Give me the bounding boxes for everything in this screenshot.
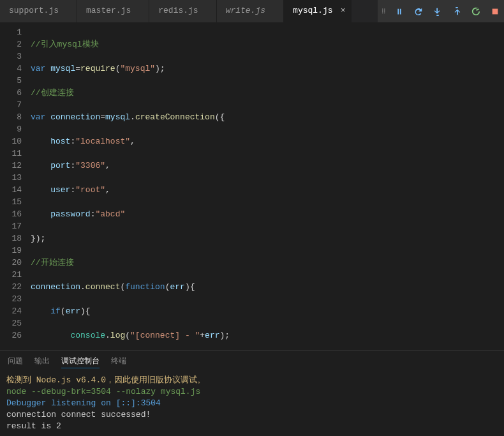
line-number: 7 <box>0 99 22 111</box>
line-number: 8 <box>0 111 22 123</box>
line-number: 3 <box>0 50 22 63</box>
line-number: 20 <box>0 257 22 269</box>
tab-support[interactable]: support.js <box>0 0 77 22</box>
restart-button[interactable] <box>471 6 481 17</box>
code-line: }); <box>31 232 504 244</box>
bottom-panel: 问题 输出 调试控制台 终端 检测到 Node.js v6.4.0，因此使用旧版… <box>0 350 504 436</box>
line-number: 18 <box>0 232 22 244</box>
code-line: console.log("[connect] - "+err); <box>31 329 504 342</box>
line-number: 14 <box>0 184 22 196</box>
tab-redis[interactable]: redis.js <box>149 0 216 22</box>
grip-icon[interactable]: ⁞⁞ <box>382 7 385 15</box>
tab-label: mysql.js <box>293 6 332 15</box>
line-number: 1 <box>0 26 22 38</box>
line-number: 2 <box>0 38 22 50</box>
console-line: node --debug-brk=3504 --nolazy mysql.js <box>6 387 200 396</box>
step-into-button[interactable] <box>433 6 443 17</box>
console-line: result is 2 <box>6 421 61 431</box>
line-number: 10 <box>0 135 22 147</box>
code-area[interactable]: //引入mysql模块 var mysql=require("mysql"); … <box>31 22 504 350</box>
code-line: user:"root", <box>31 184 504 196</box>
code-line: connection.connect(function(err){ <box>31 281 504 293</box>
code-line: //创建连接 <box>31 87 504 99</box>
tab-mysql[interactable]: mysql.js× <box>284 0 351 22</box>
line-number: 22 <box>0 281 22 293</box>
panel-tab-problems[interactable]: 问题 <box>8 354 23 368</box>
line-number: 17 <box>0 220 22 232</box>
panel-tabs: 问题 输出 调试控制台 终端 <box>0 350 504 372</box>
line-number: 9 <box>0 123 22 135</box>
step-out-button[interactable] <box>452 6 462 17</box>
debug-toolbar: ⁞⁞ <box>378 0 504 22</box>
code-line: //引入mysql模块 <box>31 38 504 50</box>
tab-write[interactable]: write.js <box>217 0 284 22</box>
top-area: support.js master.js redis.js write.js m… <box>0 0 504 22</box>
code-line: //开始连接 <box>31 257 504 269</box>
close-icon[interactable]: × <box>341 6 346 15</box>
panel-tab-debug-console[interactable]: 调试控制台 <box>61 354 100 368</box>
tab-label: master.js <box>86 6 131 15</box>
line-number: 6 <box>0 87 22 99</box>
console-line: connection connect successed! <box>6 410 151 419</box>
line-number: 19 <box>0 244 22 257</box>
line-number: 12 <box>0 160 22 172</box>
stop-button[interactable] <box>490 6 500 17</box>
line-number: 5 <box>0 75 22 87</box>
line-number: 11 <box>0 147 22 160</box>
tab-label: redis.js <box>158 6 198 15</box>
console-line: 检测到 Node.js v6.4.0，因此使用旧版协议调试。 <box>6 375 205 385</box>
tab-master[interactable]: master.js <box>77 0 149 22</box>
tab-label: write.js <box>226 6 265 15</box>
line-number: 25 <box>0 317 22 329</box>
pause-button[interactable] <box>394 6 404 17</box>
code-line: host:"localhost", <box>31 135 504 147</box>
svg-rect-0 <box>493 8 498 14</box>
tab-bar: support.js master.js redis.js write.js m… <box>0 0 378 22</box>
panel-tab-output[interactable]: 输出 <box>34 354 50 368</box>
line-number: 23 <box>0 293 22 305</box>
code-line: password:"abcd" <box>31 208 504 220</box>
code-line: port:"3306", <box>31 160 504 172</box>
line-gutter: 1 2 3 4 5 6 7 8 9 10 11 12 13 14 15 16 1… <box>0 22 31 350</box>
code-line: var connection=mysql.createConnection({ <box>31 111 504 123</box>
line-number: 15 <box>0 196 22 208</box>
line-number: 4 <box>0 63 22 75</box>
panel-tab-terminal[interactable]: 终端 <box>111 354 126 368</box>
console-line: Debugger listening on [::]:3504 <box>6 398 161 408</box>
editor[interactable]: 1 2 3 4 5 6 7 8 9 10 11 12 13 14 15 16 1… <box>0 22 504 350</box>
tab-label: support.js <box>9 6 59 15</box>
code-line: var mysql=require("mysql"); <box>31 63 504 75</box>
line-number: 21 <box>0 269 22 281</box>
line-number: 24 <box>0 305 22 317</box>
debug-console-output[interactable]: 检测到 Node.js v6.4.0，因此使用旧版协议调试。 node --de… <box>0 372 504 436</box>
line-number: 16 <box>0 208 22 220</box>
code-line: if(err){ <box>31 305 504 317</box>
line-number: 13 <box>0 172 22 184</box>
line-number: 26 <box>0 329 22 342</box>
step-over-button[interactable] <box>413 6 424 17</box>
